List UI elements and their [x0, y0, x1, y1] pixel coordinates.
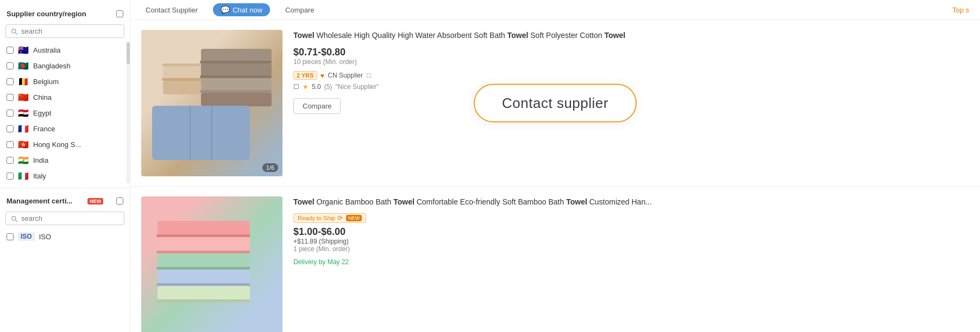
country-name: Hong Kong S... — [33, 141, 81, 149]
country-checkbox[interactable] — [7, 78, 14, 85]
shipping-price-2: +$11.89 (Shipping) — [293, 238, 969, 245]
delivery-2: Delivery by May 22 — [293, 258, 969, 266]
country-flag: 🇮🇹 — [18, 171, 29, 181]
svg-rect-24 — [156, 299, 250, 302]
min-order-suffix-2: (Min. order) — [316, 245, 350, 253]
country-checkbox[interactable] — [7, 141, 14, 148]
svg-rect-22 — [156, 283, 250, 286]
country-item[interactable]: 🇦🇺 Australia — [7, 42, 130, 58]
svg-rect-11 — [201, 93, 272, 106]
badges-1: 2 YRS ♥ CN Supplier ☐ — [293, 71, 969, 80]
svg-rect-17 — [158, 237, 250, 252]
cert-search-input[interactable] — [21, 214, 120, 222]
product-min-order-1: 10 pieces (Min. order) — [293, 58, 969, 66]
country-checkbox[interactable] — [7, 173, 14, 180]
country-item[interactable]: 🇮🇳 India — [7, 152, 130, 168]
supplier-check-1: ☐ — [366, 72, 372, 79]
product-card-1: 1/6 Towel Wholesale High Quality High Wa… — [130, 20, 980, 187]
country-item[interactable]: 🇭🇰 Hong Kong S... — [7, 137, 130, 152]
title-text-2: Soft Polyester Cotton — [530, 31, 604, 40]
country-name: France — [33, 125, 55, 133]
country-search-box[interactable] — [5, 24, 124, 38]
management-section-title: Management certi... NEW — [0, 193, 130, 208]
country-item[interactable]: 🇧🇪 Belgium — [7, 74, 130, 90]
country-flag: 🇦🇺 — [18, 45, 29, 55]
country-name: China — [33, 93, 52, 101]
product-title-2: Towel Organic Bamboo Bath Towel Comforta… — [293, 196, 969, 208]
country-item[interactable]: 🇮🇹 Italy — [7, 168, 130, 183]
min-order-suffix-1: (Min. order) — [323, 58, 357, 66]
chat-now-label: Chat now — [233, 6, 262, 14]
min-order-value-2: 1 piece — [293, 245, 315, 253]
svg-rect-21 — [158, 270, 250, 285]
top-bar: Contact Supplier 💬 Chat now Compare Top … — [130, 0, 980, 20]
country-flag: 🇨🇳 — [18, 92, 29, 103]
supplier-section-checkbox[interactable] — [116, 10, 123, 17]
country-flag: 🇧🇩 — [18, 61, 29, 71]
rating-checkbox: ☐ — [293, 83, 299, 91]
product-image-wrap-2 — [141, 196, 282, 332]
country-item[interactable]: 🇫🇷 France — [7, 121, 130, 137]
title-bold-6: Towel — [566, 197, 587, 206]
product-title-1: Towel Wholesale High Quality High Water … — [293, 30, 969, 41]
title-text-1: Wholesale High Quality High Water Absorb… — [317, 31, 507, 40]
supplier-section-title: Supplier country/region — [0, 5, 130, 21]
product-image-1 — [141, 30, 282, 176]
yrs-badge-1: 2 YRS — [293, 71, 317, 80]
country-checkbox[interactable] — [7, 47, 14, 54]
cert-list: ISO ISO — [0, 229, 130, 244]
product-min-order-2: 1 piece (Min. order) — [293, 245, 969, 253]
compare-tab[interactable]: Compare — [281, 4, 318, 16]
review-count-1: (5) — [324, 83, 332, 91]
products-area: 1/6 Towel Wholesale High Quality High Wa… — [130, 20, 980, 332]
title-bold-4: Towel — [293, 197, 315, 206]
cert-iso-checkbox[interactable] — [7, 233, 14, 240]
country-name: Bangladesh — [33, 62, 71, 70]
search-icon — [10, 28, 18, 35]
cert-search-box[interactable] — [5, 212, 124, 225]
ready-to-ship-label: Ready to Ship — [298, 215, 335, 221]
country-name: India — [33, 156, 48, 164]
country-checkbox[interactable] — [7, 125, 14, 132]
product-image-svg-2 — [147, 210, 277, 329]
cert-item-iso[interactable]: ISO ISO — [7, 229, 130, 244]
svg-rect-18 — [156, 251, 250, 253]
country-item[interactable]: 🇪🇬 Egypt — [7, 105, 130, 121]
cert-search-icon — [10, 215, 18, 222]
iso-badge: ISO — [18, 232, 35, 241]
svg-rect-19 — [158, 253, 250, 269]
contact-supplier-overlay[interactable]: Contact supplier — [474, 84, 637, 123]
country-item[interactable]: 🇨🇳 China — [7, 90, 130, 105]
svg-rect-15 — [158, 221, 250, 236]
min-order-value-1: 10 pieces — [293, 58, 321, 66]
top-s-label: Top s — [952, 6, 969, 14]
title-text-4: Comfortable Eco-friendly Soft Bamboo Bat… — [417, 197, 566, 206]
chat-now-button[interactable]: 💬 Chat now — [213, 3, 270, 16]
svg-rect-20 — [156, 267, 250, 270]
country-flag: 🇮🇳 — [18, 155, 29, 165]
scrollbar-thumb[interactable] — [127, 42, 130, 64]
country-flag: 🇧🇪 — [18, 76, 29, 87]
country-checkbox[interactable] — [7, 110, 14, 117]
management-section-label: Management certi... — [7, 197, 72, 205]
cert-list-wrapper: ISO ISO — [0, 229, 130, 244]
country-checkbox[interactable] — [7, 157, 14, 164]
title-bold-1: Towel — [293, 31, 315, 40]
country-item[interactable]: 🇧🇩 Bangladesh — [7, 58, 130, 74]
svg-rect-5 — [201, 49, 272, 62]
country-search-input[interactable] — [21, 27, 120, 35]
management-section-checkbox[interactable] — [116, 197, 123, 205]
country-checkbox[interactable] — [7, 94, 14, 101]
sidebar: Supplier country/region 🇦🇺 Australia 🇧🇩 … — [0, 0, 130, 332]
country-checkbox[interactable] — [7, 62, 14, 69]
country-name: Belgium — [33, 78, 59, 86]
title-bold-2: Towel — [507, 31, 529, 40]
country-flag: 🇫🇷 — [18, 124, 29, 134]
title-text-5: Customized Han... — [589, 197, 652, 206]
svg-rect-23 — [158, 286, 250, 301]
contact-supplier-tab[interactable]: Contact Supplier — [141, 4, 202, 16]
new-badge: NEW — [87, 198, 103, 205]
divider-1 — [0, 188, 130, 188]
scrollbar-track[interactable] — [127, 42, 130, 183]
compare-button-1[interactable]: Compare — [293, 98, 341, 114]
